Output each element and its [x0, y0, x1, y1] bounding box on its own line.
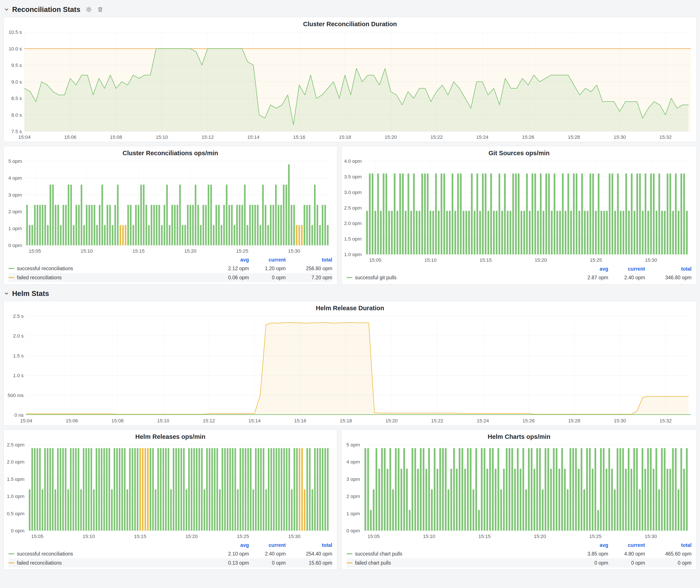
helm-charts-ops-chart[interactable]: 15:0515:1015:1515:2015:2515:300 opm1 opm…	[342, 441, 696, 541]
legend-series-label[interactable]: failed reconciliations	[8, 275, 212, 281]
svg-text:15:05: 15:05	[368, 534, 380, 539]
svg-text:1.0 opm: 1.0 opm	[7, 494, 24, 499]
legend-column-header[interactable]: avg	[571, 266, 608, 272]
legend-value: 2.40 opm	[249, 551, 286, 557]
svg-text:2.5 opm: 2.5 opm	[344, 205, 362, 211]
svg-text:15:10: 15:10	[83, 534, 95, 539]
svg-text:15:20: 15:20	[184, 248, 196, 254]
svg-text:3.0 opm: 3.0 opm	[344, 190, 362, 195]
legend-series-label[interactable]: successful reconciliations	[8, 266, 212, 271]
gear-icon[interactable]	[85, 6, 92, 13]
svg-text:15:28: 15:28	[568, 134, 580, 140]
svg-text:15:10: 15:10	[156, 134, 168, 140]
panel-title[interactable]: Helm Charts ops/min	[342, 430, 696, 441]
svg-text:15:15: 15:15	[479, 257, 492, 263]
legend-column-header[interactable]: avg	[212, 542, 249, 548]
svg-text:5 opm: 5 opm	[346, 442, 360, 447]
git-sources-ops-chart[interactable]: 15:0515:1015:1515:2015:2515:301.0 opm1.5…	[342, 158, 696, 265]
legend-value: 1.20 opm	[249, 266, 286, 271]
svg-text:2 opm: 2 opm	[346, 494, 360, 499]
legend-series-label[interactable]: successful chart pulls	[347, 551, 571, 557]
svg-text:15:05: 15:05	[29, 248, 41, 254]
legend-value: 346.80 opm	[645, 275, 692, 281]
legend-value: 0 opm	[249, 560, 286, 566]
panel-helm-charts-ops: Helm Charts ops/min 15:0515:1015:1515:20…	[342, 430, 697, 570]
svg-text:15:05: 15:05	[31, 534, 43, 539]
svg-text:15:30: 15:30	[614, 134, 626, 140]
panel-title[interactable]: Helm Release Duration	[4, 301, 696, 313]
svg-text:0 opm: 0 opm	[346, 528, 360, 533]
legend-column-header[interactable]: current	[249, 257, 286, 263]
svg-text:15:20: 15:20	[385, 134, 397, 140]
legend-series-label[interactable]: successful git pulls	[347, 275, 571, 281]
legend-column-header[interactable]: current	[608, 542, 645, 548]
row-header-helm-stats[interactable]: Helm Stats	[4, 288, 697, 299]
series-color-marker	[8, 277, 14, 278]
svg-text:15:10: 15:10	[157, 418, 169, 423]
panel-title[interactable]: Cluster Reconciliation Duration	[4, 17, 696, 29]
svg-text:8.0 s: 8.0 s	[11, 112, 22, 118]
legend-column-header[interactable]: avg	[571, 542, 608, 548]
legend-series-label[interactable]: failed chart pulls	[347, 560, 571, 566]
svg-text:500 ms: 500 ms	[8, 393, 24, 398]
svg-text:15:20: 15:20	[534, 534, 546, 539]
svg-text:0 opm: 0 opm	[8, 243, 22, 248]
svg-text:3 opm: 3 opm	[8, 192, 22, 198]
svg-text:15:08: 15:08	[110, 134, 122, 140]
chevron-down-icon	[4, 291, 9, 296]
svg-text:15:14: 15:14	[247, 134, 260, 140]
legend-column-header[interactable]: current	[249, 542, 286, 548]
legend: avgcurrenttotalsuccessful chart pulls3.8…	[342, 541, 696, 570]
svg-text:15:16: 15:16	[293, 134, 305, 140]
cluster-reconciliations-ops-chart[interactable]: 15:0515:1015:1515:2015:2515:300 opm1 opm…	[4, 158, 337, 256]
svg-text:15:24: 15:24	[476, 134, 488, 140]
svg-text:15:20: 15:20	[385, 418, 398, 423]
legend-column-header[interactable]: avg	[212, 257, 249, 263]
row-header-reconciliation-stats[interactable]: Reconciliation Stats	[4, 4, 697, 15]
legend-column-header[interactable]: total	[286, 257, 332, 263]
legend-column-header[interactable]: total	[645, 542, 692, 548]
svg-text:15:04: 15:04	[18, 134, 31, 140]
legend-column-header[interactable]: current	[608, 266, 645, 272]
helm-release-duration-chart[interactable]: 15:0415:0615:0815:1015:1215:1415:1615:18…	[4, 313, 696, 425]
svg-text:15:15: 15:15	[134, 534, 146, 539]
legend-value: 3.85 opm	[571, 551, 608, 557]
trash-icon[interactable]	[97, 6, 103, 13]
svg-text:0 opm: 0 opm	[11, 528, 24, 533]
svg-text:0.5 opm: 0.5 opm	[7, 511, 24, 516]
svg-text:2 opm: 2 opm	[8, 209, 22, 214]
series-color-marker	[347, 562, 352, 563]
legend-column-header[interactable]: total	[645, 266, 692, 272]
legend-value: 2.10 opm	[212, 551, 249, 557]
svg-text:15:12: 15:12	[203, 418, 215, 423]
panel-title[interactable]: Git Sources ops/min	[342, 146, 696, 158]
svg-text:1.5 opm: 1.5 opm	[7, 477, 24, 482]
legend-value: 0 opm	[249, 275, 286, 281]
legend-series-label[interactable]: failed reconciliations	[8, 560, 212, 566]
svg-text:15:05: 15:05	[369, 257, 381, 263]
legend-series-label[interactable]: successful reconciliations	[8, 551, 212, 557]
svg-text:15:32: 15:32	[659, 134, 671, 140]
legend-value: 0 opm	[608, 560, 645, 566]
svg-text:15:25: 15:25	[590, 257, 602, 263]
svg-text:15:32: 15:32	[660, 418, 672, 423]
svg-text:15:28: 15:28	[568, 418, 580, 423]
series-color-marker	[8, 553, 14, 554]
svg-text:15:24: 15:24	[477, 418, 489, 423]
svg-text:15:25: 15:25	[236, 248, 248, 254]
svg-text:15:26: 15:26	[523, 418, 535, 423]
helm-releases-ops-chart[interactable]: 15:0515:1015:1515:2015:2515:300 opm0.5 o…	[4, 441, 337, 541]
cluster-reconciliation-duration-chart[interactable]: 15:0415:0615:0815:1015:1215:1415:1615:18…	[4, 29, 696, 142]
svg-text:1 opm: 1 opm	[346, 511, 360, 516]
svg-text:4 opm: 4 opm	[8, 175, 22, 181]
panel-cluster-reconciliation-duration: Cluster Reconciliation Duration 15:0415:…	[3, 17, 697, 142]
svg-text:1.0 opm: 1.0 opm	[344, 252, 362, 257]
svg-text:2.0 opm: 2.0 opm	[7, 459, 24, 465]
svg-text:15:25: 15:25	[237, 534, 249, 539]
panel-title[interactable]: Cluster Reconciliations ops/min	[4, 146, 337, 158]
svg-text:15:08: 15:08	[111, 418, 124, 423]
svg-text:15:30: 15:30	[288, 534, 300, 539]
legend-column-header[interactable]: total	[286, 542, 332, 548]
svg-text:15:30: 15:30	[614, 418, 626, 423]
panel-title[interactable]: Helm Releases ops/min	[4, 430, 337, 441]
